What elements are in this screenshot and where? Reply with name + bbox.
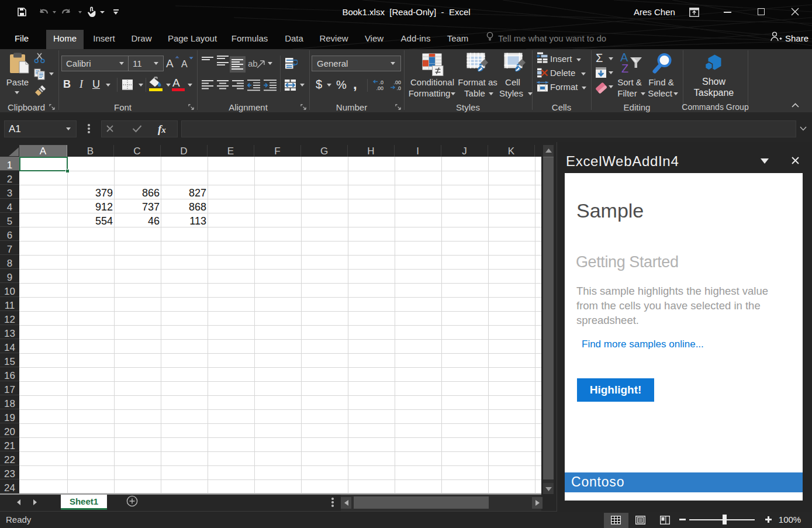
svg-text:Z: Z <box>621 62 628 75</box>
svg-text:.00: .00 <box>376 85 383 91</box>
svg-text:.0: .0 <box>379 80 383 85</box>
